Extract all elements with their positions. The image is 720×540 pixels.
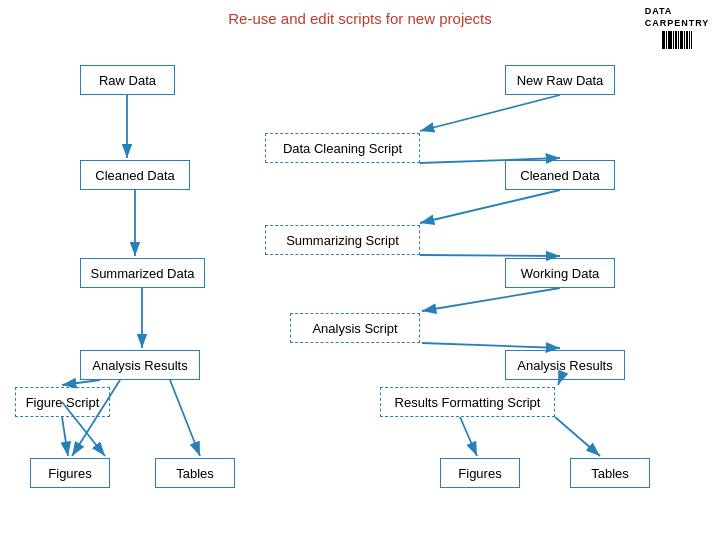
figure-script-box: Figure Script — [15, 387, 110, 417]
new-raw-data-box: New Raw Data — [505, 65, 615, 95]
data-cleaning-script-box: Data Cleaning Script — [265, 133, 420, 163]
logo-line2: CARPENTRY — [645, 18, 710, 30]
page-title: Re-use and edit scripts for new projects — [0, 0, 720, 27]
svg-line-14 — [460, 417, 477, 456]
summarizing-script-box: Summarizing Script — [265, 225, 420, 255]
figures-left-box: Figures — [30, 458, 110, 488]
svg-line-15 — [555, 417, 600, 456]
figures-right-box: Figures — [440, 458, 520, 488]
svg-line-7 — [420, 95, 560, 131]
summarized-data-box: Summarized Data — [80, 258, 205, 288]
svg-line-9 — [420, 190, 560, 223]
svg-line-12 — [422, 343, 560, 348]
svg-line-13 — [558, 380, 560, 385]
svg-line-16 — [62, 417, 68, 456]
svg-line-10 — [420, 255, 560, 256]
results-formatting-script-box: Results Formatting Script — [380, 387, 555, 417]
tables-right-box: Tables — [570, 458, 650, 488]
logo-line1: DATA — [645, 6, 710, 18]
working-data-box: Working Data — [505, 258, 615, 288]
tables-left-box: Tables — [155, 458, 235, 488]
analysis-results-left-box: Analysis Results — [80, 350, 200, 380]
svg-line-5 — [170, 380, 200, 456]
cleaned-data-right-box: Cleaned Data — [505, 160, 615, 190]
svg-line-11 — [422, 288, 560, 311]
analysis-script-box: Analysis Script — [290, 313, 420, 343]
cleaned-data-left-box: Cleaned Data — [80, 160, 190, 190]
svg-line-17 — [62, 380, 100, 385]
analysis-results-right-box: Analysis Results — [505, 350, 625, 380]
diagram: Raw Data Cleaned Data Summarized Data An… — [0, 30, 720, 540]
raw-data-box: Raw Data — [80, 65, 175, 95]
